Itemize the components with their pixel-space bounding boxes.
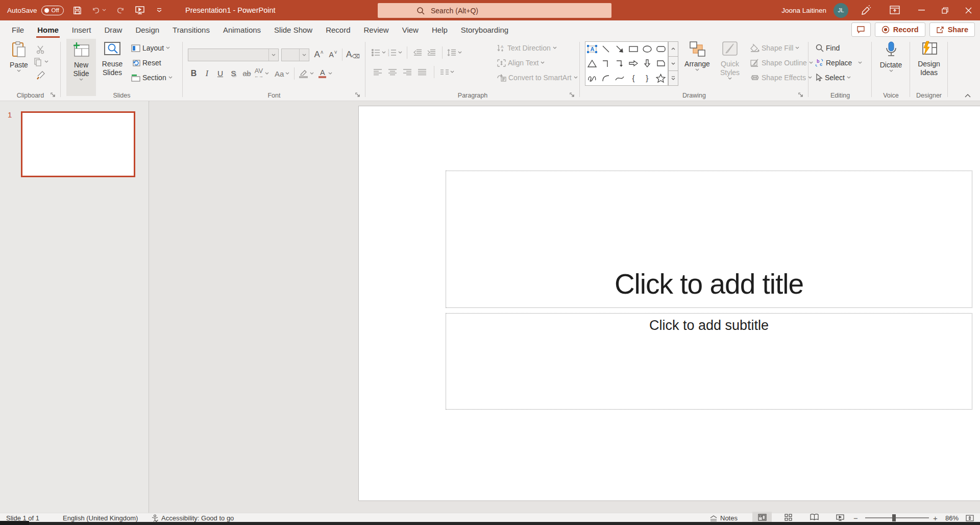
section-button[interactable]: Section <box>131 74 173 82</box>
start-slideshow-icon[interactable] <box>134 5 145 16</box>
shape-flowchart[interactable] <box>654 56 668 70</box>
redo-icon[interactable] <box>115 5 126 16</box>
shape-right-brace[interactable]: } <box>640 71 654 85</box>
change-case-button[interactable]: Aa <box>275 67 289 80</box>
language-indicator[interactable]: English (United Kingdom) <box>63 513 138 522</box>
shape-elbow-arrow-connector[interactable] <box>613 56 627 70</box>
paragraph-dialog-launcher-icon[interactable] <box>569 92 576 99</box>
increase-indent-button[interactable] <box>426 46 437 59</box>
convert-to-smartart-button[interactable]: Convert to SmartArt <box>497 74 578 82</box>
justify-button[interactable] <box>416 65 428 79</box>
shape-arc[interactable] <box>599 71 613 85</box>
gallery-more-icon[interactable] <box>668 71 678 86</box>
customize-quick-access-icon[interactable] <box>154 5 165 16</box>
tab-insert[interactable]: Insert <box>65 20 98 39</box>
normal-view-button[interactable] <box>752 512 772 522</box>
shape-right-arrow[interactable] <box>627 56 641 70</box>
subtitle-placeholder[interactable]: Click to add subtitle <box>446 313 972 410</box>
format-painter-button[interactable] <box>35 68 46 82</box>
decrease-indent-button[interactable] <box>412 46 424 59</box>
text-direction-button[interactable]: A Text Direction <box>497 44 557 52</box>
user-name[interactable]: Joona Laitinen <box>781 7 826 14</box>
ribbon-display-options-icon[interactable] <box>889 5 900 16</box>
highlight-color-button[interactable] <box>299 67 314 80</box>
design-ideas-button[interactable]: Design Ideas <box>914 41 944 77</box>
bullets-button[interactable] <box>372 46 386 59</box>
tab-slide-show[interactable]: Slide Show <box>267 20 319 39</box>
comments-button[interactable] <box>851 22 871 37</box>
clipboard-dialog-launcher-icon[interactable] <box>50 92 57 99</box>
tab-view[interactable]: View <box>396 20 425 39</box>
align-right-button[interactable] <box>401 65 413 79</box>
arrange-button[interactable]: Arrange <box>682 41 713 71</box>
character-spacing-button[interactable]: AV←→ <box>254 67 269 80</box>
shape-down-arrow[interactable] <box>640 56 654 70</box>
shape-star[interactable] <box>654 71 668 85</box>
search-input[interactable]: Search (Alt+Q) <box>378 3 611 18</box>
tab-transitions[interactable]: Transitions <box>166 20 216 39</box>
font-name-select[interactable] <box>188 49 279 61</box>
record-button[interactable]: Record <box>875 22 925 37</box>
decrease-font-size-button[interactable]: A˅ <box>327 48 339 61</box>
gallery-scroll-down-icon[interactable] <box>668 57 678 71</box>
increase-font-size-button[interactable]: A˄ <box>313 48 325 61</box>
tab-home[interactable]: Home <box>31 20 65 39</box>
slide-sorter-view-button[interactable] <box>778 512 798 522</box>
shape-curve[interactable] <box>613 71 627 85</box>
shape-fill-button[interactable]: Shape Fill <box>750 44 799 52</box>
align-center-button[interactable] <box>386 65 398 79</box>
tab-record[interactable]: Record <box>319 20 357 39</box>
slide-editing-surface[interactable]: Click to add title Click to add subtitle <box>359 106 980 500</box>
quick-styles-button[interactable]: Quick Styles <box>714 41 746 80</box>
columns-button[interactable] <box>440 65 454 79</box>
tab-storyboarding[interactable]: Storyboarding <box>454 20 515 39</box>
dictate-button[interactable]: Dictate <box>877 41 905 73</box>
cut-button[interactable] <box>35 43 46 56</box>
shape-textbox[interactable]: A <box>585 42 599 56</box>
avatar[interactable]: JL <box>834 3 848 18</box>
new-slide-button[interactable]: New Slide <box>66 39 96 96</box>
italic-button[interactable]: I <box>201 67 213 80</box>
shape-oval[interactable] <box>640 42 654 56</box>
font-color-button[interactable]: A <box>318 67 332 80</box>
zoom-slider-handle[interactable] <box>892 514 896 521</box>
slide-thumbnail-1[interactable] <box>21 111 135 177</box>
shape-rounded-rectangle[interactable] <box>654 42 668 56</box>
tab-help[interactable]: Help <box>425 20 454 39</box>
collapse-ribbon-icon[interactable] <box>965 94 971 98</box>
shape-outline-button[interactable]: Shape Outline <box>750 59 813 67</box>
shape-triangle[interactable] <box>585 56 599 70</box>
line-spacing-button[interactable] <box>447 46 462 59</box>
drawing-dialog-launcher-icon[interactable] <box>798 92 805 99</box>
undo-icon[interactable] <box>91 5 107 16</box>
notes-toggle[interactable]: Notes <box>709 513 738 522</box>
align-text-button[interactable]: Align Text <box>497 59 545 67</box>
gallery-scroll-up-icon[interactable] <box>668 41 678 57</box>
align-left-button[interactable] <box>372 65 383 79</box>
shape-scribble[interactable] <box>585 71 599 85</box>
share-button[interactable]: Share <box>929 22 975 37</box>
text-shadow-button[interactable]: S <box>228 67 239 80</box>
autosave-pill[interactable]: Off <box>41 6 64 15</box>
reading-view-button[interactable] <box>804 512 824 522</box>
tab-design[interactable]: Design <box>129 20 166 39</box>
zoom-out-button[interactable]: − <box>853 513 858 522</box>
restore-button[interactable] <box>933 0 957 20</box>
tab-animations[interactable]: Animations <box>216 20 267 39</box>
numbering-button[interactable]: 123 <box>388 46 402 59</box>
shape-elbow-connector[interactable] <box>599 56 613 70</box>
autosave-toggle[interactable]: AutoSave Off <box>7 6 64 15</box>
bold-button[interactable]: B <box>188 67 200 80</box>
paste-button[interactable]: Paste <box>6 41 32 73</box>
underline-button[interactable]: U <box>214 67 226 80</box>
clear-formatting-button[interactable]: A⌫ <box>346 48 360 61</box>
zoom-in-button[interactable]: + <box>933 513 938 522</box>
copy-button[interactable] <box>34 55 48 68</box>
zoom-level[interactable]: 86% <box>945 513 959 522</box>
shape-arrow[interactable] <box>613 42 627 56</box>
shape-effects-button[interactable]: Shape Effects <box>750 74 812 82</box>
font-dialog-launcher-icon[interactable] <box>355 92 362 99</box>
select-button[interactable]: Select <box>815 74 851 82</box>
layout-button[interactable]: Layout <box>131 44 170 52</box>
title-placeholder[interactable]: Click to add title <box>446 171 972 308</box>
